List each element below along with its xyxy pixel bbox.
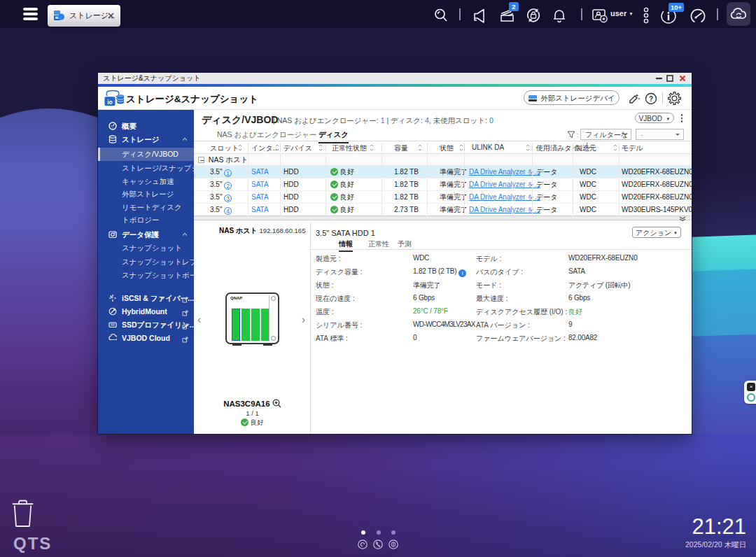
svg-text:?: ? xyxy=(649,95,653,103)
svg-text:io: io xyxy=(107,99,113,106)
